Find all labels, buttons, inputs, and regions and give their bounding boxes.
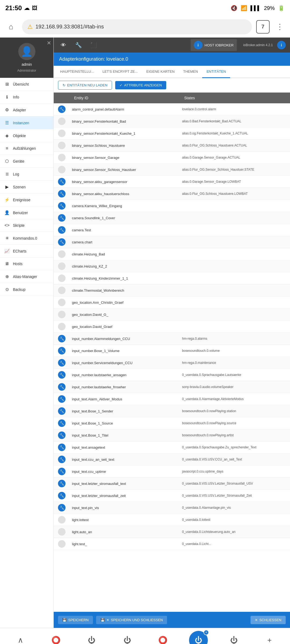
table-row[interactable]: binary_sensor.Schloss_Haustuere alias.0.… <box>54 140 290 152</box>
save-close-button[interactable]: 💾 ✕ SPEICHERN UND SCHLIESSEN <box>96 616 167 624</box>
iobroker-info-icon[interactable]: i <box>277 41 286 49</box>
browser-tab-github-2[interactable]: ⭕ <box>153 631 172 644</box>
table-row[interactable]: 🔧 input_number.lautstaerke_ansagen 0_use… <box>54 369 290 381</box>
browser-menu-button[interactable]: ⋮ <box>274 22 286 31</box>
sidebar-item-kommandos-0[interactable]: ✳Kommandos.0 <box>0 232 53 245</box>
sidebar-item-objekte[interactable]: ◈Objekte <box>0 129 53 142</box>
nav-screen-button[interactable]: ⬛ <box>88 40 99 50</box>
table-row[interactable]: 🔧 input_text.ccu_uptime javascript.0.ccu… <box>54 466 290 478</box>
sidebar-item--bersicht[interactable]: ⊞Übersicht <box>0 78 53 91</box>
sidebar-item-instanzen[interactable]: ☰Instanzen <box>0 116 53 129</box>
sidebar-item-backup[interactable]: ⊙Backup <box>0 283 53 296</box>
entity-id: binary_sensor.Sensor_Schloss_Haustuer <box>70 166 180 174</box>
table-row[interactable]: 🔧 input_number.Bose_1_Volume bosesoundto… <box>54 345 290 357</box>
sidebar-close-button[interactable]: ✕ <box>47 40 51 46</box>
browser-back-button[interactable]: ∧ <box>11 631 30 644</box>
browser-tab-iobroker-1[interactable]: ⏻ <box>82 631 101 644</box>
table-row[interactable]: binary_sensor.Fensterkontakt_Kueche_1 al… <box>54 127 290 140</box>
table-row[interactable]: light.lottest 0_userdata.0.lottest <box>54 514 290 526</box>
table-row[interactable]: climate.Heizung_Bad <box>54 248 290 260</box>
close-tab-dot[interactable]: ✕ <box>204 630 209 635</box>
reload-entities-button[interactable]: ↻ ENTITÄTEN NEU LADEN <box>58 81 112 90</box>
show-attributes-button[interactable]: ✓ ATTRIBUTE ANZEIGEN <box>115 81 166 89</box>
table-row[interactable]: 🔧 camera.Test <box>54 224 290 236</box>
table-row[interactable]: geo_location.Ann_Christin_Graef <box>54 297 290 309</box>
entity-icon: 🔧 <box>58 492 66 499</box>
signal-icon: ▌▌▌ <box>251 5 261 11</box>
table-row[interactable]: geo_location.David_G_ <box>54 309 290 321</box>
table-row[interactable]: 🔧 binary_sensor.akku_haustuerschloss ali… <box>54 188 290 200</box>
table-row[interactable]: climate.Thermostat_Wohnbereich <box>54 284 290 297</box>
sidebar-item-alias-manager[interactable]: ⊕Alias-Manager <box>0 270 53 283</box>
entity-state: alias.0.Bad.Fensterkontakt_Bad.ACTUAL <box>180 117 290 125</box>
table-row[interactable]: climate.Heizung_KZ_2 <box>54 260 290 272</box>
sidebar-item-hosts[interactable]: 🖥Hosts <box>0 258 53 270</box>
table-row[interactable]: 🔧 input_text.ansagetext 0_userdata.0.Spr… <box>54 441 290 453</box>
table-row[interactable]: 🔧 input_number.Alarmmeldungen_CCU hm-reg… <box>54 333 290 345</box>
sidebar-nav: ⊞ÜbersichtℹInfo⚙Adapter☰Instanzen◈Objekt… <box>0 78 53 628</box>
entity-icon <box>58 299 66 306</box>
sidebar-item-ger-te[interactable]: ⬡Geräte <box>0 155 53 168</box>
browser-tab-github-1[interactable]: ⭕ <box>47 631 66 644</box>
table-row[interactable]: 🔧 binary_sensor.akku_garagensensor alias… <box>54 176 290 188</box>
table-row[interactable]: 🔧 input_number.Servicemeldungen_CCU hm-r… <box>54 357 290 369</box>
tab-4[interactable]: ENTITÄTEN <box>202 66 230 78</box>
table-row[interactable]: 🔧 input_text.letzter_stromausfall_text 0… <box>54 478 290 490</box>
avatar: 👤 <box>18 43 35 60</box>
table-row[interactable]: 🔧 camera.Kamera_Wilke_Eingang <box>54 200 290 212</box>
table-row[interactable]: 🔧 camera.Soundlink_1_Cover <box>54 212 290 224</box>
sidebar-item-skripte[interactable]: <>Skripte <box>0 219 53 232</box>
row-icon-cell: 🔧 <box>54 429 70 441</box>
tab-3[interactable]: THEMEN <box>179 66 202 78</box>
table-row[interactable]: 🔧 input_text.pin_vis 0_userdata.0.Alarma… <box>54 502 290 514</box>
browser-tab-iobroker-2[interactable]: ⏻ <box>118 631 137 644</box>
sidebar-item-aufz-hlungen[interactable]: ≡Aufzählungen <box>0 142 53 155</box>
table-row[interactable]: 🔧 input_text.Bose_1_Titel bosesoundtouch… <box>54 429 290 441</box>
save-button[interactable]: 💾 SPEICHERN <box>58 616 93 624</box>
sidebar-item-echarts[interactable]: 📈ECharts <box>0 245 53 258</box>
table-row[interactable]: 🔧 input_text.Bose_1_Sender bosesoundtouc… <box>54 405 290 417</box>
table-row[interactable]: geo_location.David_Graef <box>54 321 290 333</box>
sidebar-item-ereignisse[interactable]: ⚡Ereignisse <box>0 193 53 206</box>
table-row[interactable]: 🔧 input_text.Alarm_Aktiver_Modus 0_userd… <box>54 393 290 405</box>
sidebar-item-adapter[interactable]: ⚙Adapter <box>0 104 53 116</box>
tab-1[interactable]: LET'S ENCRYPT ZE... <box>98 66 142 78</box>
row-icon-cell: 🔧 <box>54 357 70 369</box>
table-row[interactable]: 🔧 camera.chart <box>54 236 290 248</box>
table-row[interactable]: 🔧 input_text.Bose_1_Source bosesoundtouc… <box>54 417 290 429</box>
table-row[interactable]: 🔧 input_text.letzter_stromausfall_zeit 0… <box>54 490 290 502</box>
nav-wrench-button[interactable]: 🔧 <box>73 40 84 50</box>
tab-0[interactable]: HAUPTEINSTELLU... <box>56 66 98 78</box>
table-row[interactable]: light.test_ 0_userdata.0.Licht... <box>54 538 290 550</box>
new-tab-button[interactable]: + <box>260 631 279 644</box>
table-row[interactable]: binary_sensor.Sensor_Garage alias.0.Gara… <box>54 152 290 164</box>
table-row[interactable]: 🔧 input_number.lautstaerke_frnseher sony… <box>54 381 290 393</box>
sidebar-item-log[interactable]: ≣Log <box>0 168 53 181</box>
table-row[interactable]: 🔧 input_text.ccu_an_seit_text 0_userdata… <box>54 453 290 466</box>
sidebar-item-szenen[interactable]: ▶Szenen <box>0 181 53 193</box>
table-row[interactable]: light.auto_an 0_userdata.0.Lichtsteuerun… <box>54 526 290 538</box>
nav-icon-13: 📈 <box>4 248 10 254</box>
browser-tab-iobroker-3[interactable]: ⏻ <box>224 631 243 644</box>
nav-eye-button[interactable]: 👁 <box>58 40 69 50</box>
tab-count-button[interactable]: 7 <box>256 20 270 34</box>
home-button[interactable]: ⌂ <box>4 20 18 34</box>
entity-icon: 🔧 <box>58 178 66 185</box>
url-bar[interactable]: ⚠ 192.168.99.33:8081/#tab-ins <box>22 19 252 34</box>
host-button[interactable]: i HOST IOBROKER <box>191 39 237 51</box>
table-row[interactable]: binary_sensor.Fensterkontakt_Bad alias.0… <box>54 115 290 127</box>
table-row[interactable]: 🔧 alarm_control_panel.defaultAlarm lovel… <box>54 103 290 115</box>
entity-id: camera.chart <box>70 238 180 246</box>
mute-icon: 🔇 <box>231 5 237 11</box>
app-container: ✕ 👤 admin Administrator ⊞ÜbersichtℹInfo⚙… <box>0 38 290 628</box>
close-button[interactable]: ✕ SCHLIESSEN <box>251 616 286 624</box>
table-row[interactable]: climate.Heizung_Kinderzimmer_1_1 <box>54 272 290 284</box>
table-row[interactable]: binary_sensor.Sensor_Schloss_Haustuer al… <box>54 164 290 176</box>
plus-icon: + <box>267 636 272 644</box>
check-icon: ✓ <box>119 83 122 87</box>
tab-2[interactable]: EIGENE KARTEN <box>142 66 179 78</box>
col-icon <box>54 96 70 100</box>
sidebar-item-info[interactable]: ℹInfo <box>0 91 53 104</box>
sidebar-item-benutzer[interactable]: 👤Benutzer <box>0 206 53 219</box>
nav-icon-5: ≡ <box>4 146 10 151</box>
